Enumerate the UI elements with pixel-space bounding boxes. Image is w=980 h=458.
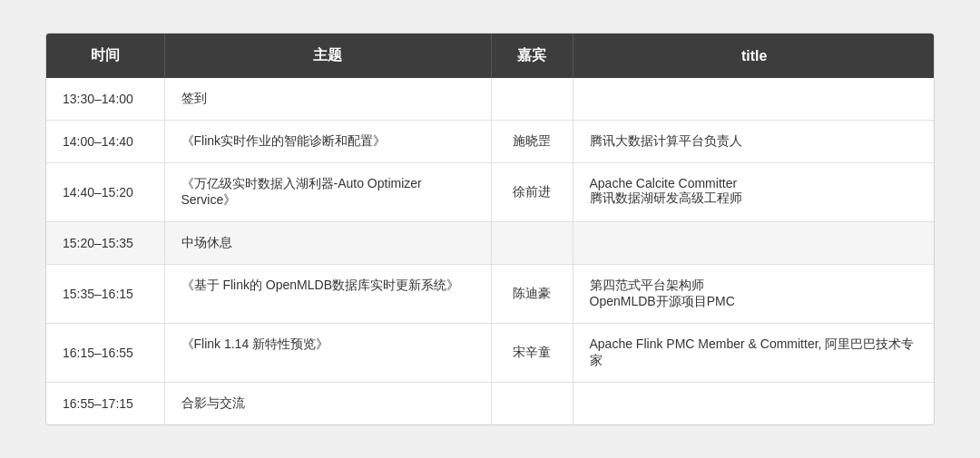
cell-time: 16:55–17:15	[46, 383, 164, 425]
table-row: 16:55–17:15合影与交流	[46, 383, 935, 425]
cell-time: 15:35–16:15	[46, 265, 164, 324]
table-row: 15:35–16:15《基于 Flink的 OpenMLDB数据库实时更新系统》…	[46, 265, 935, 324]
table-row: 14:00–14:40《Flink实时作业的智能诊断和配置》施晓罡腾讯大数据计算…	[46, 121, 935, 163]
cell-title: Apache Calcite Committer腾讯数据湖研发高级工程师	[573, 163, 935, 222]
cell-topic: 《Flink 1.14 新特性预览》	[164, 324, 491, 383]
cell-guest	[491, 222, 573, 265]
cell-guest: 陈迪豪	[491, 265, 573, 324]
header-topic: 主题	[164, 34, 491, 78]
cell-guest: 徐前进	[491, 163, 573, 222]
cell-topic: 合影与交流	[164, 383, 491, 425]
cell-title: 第四范式平台架构师OpenMLDB开源项目PMC	[573, 265, 935, 324]
cell-topic: 《Flink实时作业的智能诊断和配置》	[164, 121, 491, 163]
cell-title: 腾讯大数据计算平台负责人	[573, 121, 935, 163]
cell-title: Apache Flink PMC Member & Committer, 阿里巴…	[573, 324, 935, 383]
cell-guest	[491, 383, 573, 425]
cell-title	[573, 78, 935, 121]
cell-guest: 施晓罡	[491, 121, 573, 163]
table-header-row: 时间 主题 嘉宾 title	[46, 34, 935, 78]
cell-time: 13:30–14:00	[46, 78, 164, 121]
cell-time: 14:00–14:40	[46, 121, 164, 163]
header-title: title	[573, 34, 935, 78]
header-guest: 嘉宾	[491, 34, 573, 78]
schedule-table: 时间 主题 嘉宾 title 13:30–14:00签到14:00–14:40《…	[46, 34, 935, 424]
cell-guest: 宋辛童	[491, 324, 573, 383]
cell-time: 16:15–16:55	[46, 324, 164, 383]
table-row: 14:40–15:20《万亿级实时数据入湖利器-Auto Optimizer S…	[46, 163, 935, 222]
cell-time: 15:20–15:35	[46, 222, 164, 265]
cell-title	[573, 383, 935, 425]
table-row: 16:15–16:55《Flink 1.14 新特性预览》宋辛童Apache F…	[46, 324, 935, 383]
cell-topic: 《基于 Flink的 OpenMLDB数据库实时更新系统》	[164, 265, 491, 324]
schedule-table-container: 时间 主题 嘉宾 title 13:30–14:00签到14:00–14:40《…	[45, 33, 935, 425]
cell-topic: 《万亿级实时数据入湖利器-Auto Optimizer Service》	[164, 163, 491, 222]
cell-title	[573, 222, 935, 265]
cell-topic: 中场休息	[164, 222, 491, 265]
table-row: 15:20–15:35中场休息	[46, 222, 935, 265]
cell-time: 14:40–15:20	[46, 163, 164, 222]
header-time: 时间	[46, 34, 164, 78]
cell-topic: 签到	[164, 78, 491, 121]
table-row: 13:30–14:00签到	[46, 78, 935, 121]
cell-guest	[491, 78, 573, 121]
